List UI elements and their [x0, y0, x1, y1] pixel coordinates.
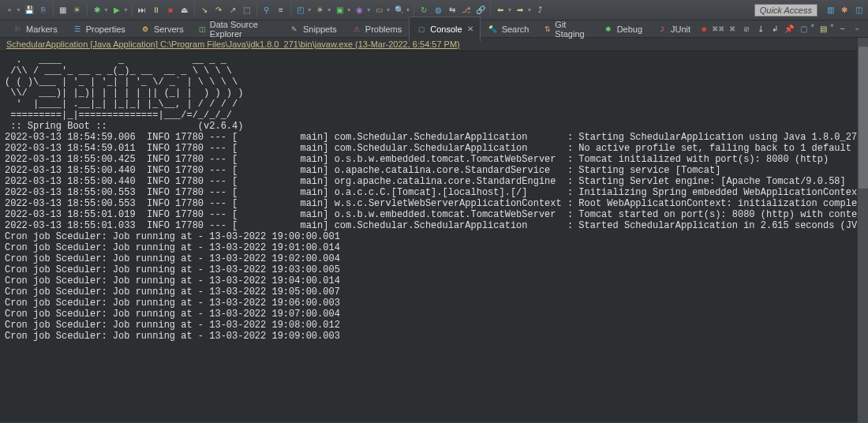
run-icon[interactable]: ▶ — [110, 4, 123, 17]
link-icon[interactable]: 🔗 — [474, 4, 487, 17]
dropdown-icon[interactable]: ▼ — [123, 7, 129, 13]
tab-data-source-explorer[interactable]: ◫Data Source Explorer — [191, 17, 282, 42]
scrollbar-thumb[interactable] — [859, 47, 868, 189]
back-icon[interactable]: ⬅ — [494, 4, 507, 17]
dropdown-icon[interactable]: ▼ — [307, 7, 312, 13]
console-icon: ▢ — [416, 24, 427, 35]
tab-console[interactable]: ▢Console✕ — [409, 17, 480, 42]
variables-icon[interactable]: ≡ — [275, 4, 287, 17]
stop-icon[interactable]: ■ — [164, 4, 177, 17]
close-icon[interactable]: ✕ — [467, 24, 473, 33]
dropdown-icon[interactable]: ▼ — [810, 23, 815, 36]
console-line: Cron job Sceduler: Job running at - 13-0… — [5, 331, 863, 342]
tab-markers[interactable]: ⚐Markers — [5, 17, 65, 42]
sync-icon[interactable]: ⇆ — [446, 4, 458, 17]
console-line: 2022-03-13 18:55:00.553 INFO 17780 --- [… — [5, 187, 863, 198]
clear-icon[interactable]: ⎚ — [740, 23, 753, 36]
dropdown-icon[interactable]: ▼ — [829, 23, 835, 36]
bulb-icon[interactable]: ☀ — [314, 4, 327, 17]
new-icon[interactable]: ▫ — [3, 4, 16, 17]
class-icon[interactable]: ◉ — [354, 4, 366, 17]
dropdown-icon[interactable]: ▼ — [386, 7, 391, 13]
console-line: 2022-03-13 18:54:59.011 INFO 17780 --- [… — [5, 143, 863, 154]
open-console-icon[interactable]: ▤ — [817, 23, 829, 36]
tab-problems[interactable]: ⚠Problems — [344, 17, 409, 42]
dropdown-icon[interactable]: ▼ — [526, 7, 532, 13]
saveall-icon[interactable]: ⎘ — [37, 4, 50, 17]
terminate-icon[interactable]: ■ — [698, 23, 710, 36]
git-icon[interactable]: ⎇ — [460, 4, 473, 17]
tab-label: Servers — [154, 24, 184, 34]
console-line: . ____ _ __ _ _ — [5, 54, 863, 66]
dropdown-icon[interactable]: ▼ — [346, 7, 352, 13]
quick-access-input[interactable]: Quick Access — [754, 4, 817, 17]
package-icon[interactable]: ▣ — [334, 4, 346, 17]
problems-icon: ⚠ — [351, 24, 362, 35]
skip-icon[interactable]: ⏭ — [136, 4, 148, 17]
wizard-icon[interactable]: ☀ — [71, 4, 84, 17]
stepover-icon[interactable]: ↷ — [212, 4, 225, 17]
world-icon[interactable]: ◍ — [432, 4, 444, 17]
tab-label: Markers — [26, 24, 58, 34]
dropdown-icon[interactable]: ▼ — [366, 7, 372, 13]
servers-icon: ⚙ — [140, 24, 151, 35]
scrollbar-vertical[interactable] — [857, 38, 868, 423]
save-icon[interactable]: 💾 — [23, 4, 36, 17]
server-icon[interactable]: ▦ — [57, 4, 69, 17]
dropdown-icon[interactable]: ▼ — [327, 7, 332, 13]
separator — [256, 4, 257, 17]
remove-icon[interactable]: ✖ — [726, 23, 739, 36]
console-line: \\/ ___)| |_)| | | | | || (_| | ) ) ) ) — [5, 88, 863, 99]
openfile-icon[interactable]: ◰ — [294, 4, 307, 17]
console-line: 2022-03-13 18:55:01.019 INFO 17780 --- [… — [5, 209, 863, 220]
folder-icon[interactable]: ▭ — [373, 4, 386, 17]
dropdown-icon[interactable]: ▼ — [103, 7, 109, 13]
display-icon[interactable]: ▢ — [797, 23, 810, 36]
debug-icon[interactable]: ✱ — [91, 4, 103, 17]
dropdown-icon[interactable]: ▼ — [16, 7, 21, 13]
forward-icon[interactable]: ➡ — [514, 4, 526, 17]
disconnect-icon[interactable]: ⏏ — [178, 4, 191, 17]
tab-servers[interactable]: ⚙Servers — [133, 17, 191, 42]
perspective-java-icon[interactable]: ▥ — [824, 4, 836, 17]
tab-label: Data Source Explorer — [210, 20, 275, 39]
stepinto-icon[interactable]: ↘ — [198, 4, 211, 17]
stepreturn-icon[interactable]: ↗ — [226, 4, 239, 17]
perspective-debug-icon[interactable]: ✱ — [838, 4, 851, 17]
tab-properties[interactable]: ☰Properties — [65, 17, 133, 42]
tab-label: JUnit — [671, 24, 690, 34]
search-icon[interactable]: 🔍 — [393, 4, 406, 17]
filter-icon[interactable]: ⚲ — [260, 4, 273, 17]
console-line: 2022-03-13 18:55:00.440 INFO 17780 --- [… — [5, 176, 863, 187]
tab-git-staging[interactable]: ⇅Git Staging — [536, 17, 595, 42]
console-line: Cron job Sceduler: Job running at - 13-0… — [5, 309, 863, 320]
console-line: Cron job Sceduler: Job running at - 13-0… — [5, 231, 863, 242]
minimize-icon[interactable]: − — [836, 23, 849, 36]
tab-label: Search — [502, 24, 529, 34]
pin-icon[interactable]: 📌 — [783, 23, 795, 36]
console-line: ( ( )\___ | '_ | '_| | '_ \/ _` | \ \ \ … — [5, 77, 863, 88]
console-line: Cron job Sceduler: Job running at - 13-0… — [5, 275, 863, 286]
tab-snippets[interactable]: ✎Snippets — [282, 17, 344, 42]
dropframe-icon[interactable]: ⬚ — [241, 4, 253, 17]
properties-icon: ☰ — [72, 24, 83, 35]
perspective-web-icon[interactable]: ◫ — [852, 4, 865, 17]
dropdown-icon[interactable]: ▼ — [507, 7, 512, 13]
separator — [290, 4, 291, 17]
console-line: Cron job Sceduler: Job running at - 13-0… — [5, 264, 863, 275]
word-wrap-icon[interactable]: ↲ — [769, 23, 781, 36]
dropdown-icon[interactable]: ▼ — [406, 7, 411, 13]
maximize-icon[interactable]: ▫ — [851, 23, 863, 36]
removeall-icon[interactable]: ✖✖ — [712, 23, 724, 36]
tab-search[interactable]: 🔦Search — [481, 17, 537, 42]
console-output[interactable]: . ____ _ __ _ _ /\\ / ___'_ __ _ _(_)_ _… — [0, 51, 868, 422]
scroll-lock-icon[interactable]: ⤓ — [754, 23, 767, 36]
console-line: :: Spring Boot :: (v2.6.4) — [5, 121, 863, 132]
last-icon[interactable]: ⤴ — [533, 4, 546, 17]
tab-junit[interactable]: JJUnit — [649, 17, 698, 42]
refresh-icon[interactable]: ↻ — [417, 4, 430, 17]
pause-icon[interactable]: ⏸ — [150, 4, 163, 17]
console-line: Cron job Sceduler: Job running at - 13-0… — [5, 242, 863, 253]
markers-icon: ⚐ — [12, 24, 23, 35]
tab-debug[interactable]: ✱Debug — [596, 17, 649, 42]
